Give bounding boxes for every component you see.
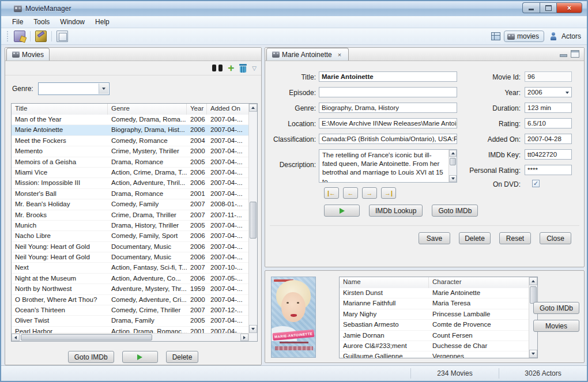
column-header[interactable]: Year [187,104,207,115]
menu-window[interactable]: Window [55,17,90,27]
search-icon[interactable] [212,65,223,71]
goto-imdb-button[interactable]: Goto IMDb [533,302,579,314]
close-editor-button[interactable]: Close [540,232,571,244]
table-row[interactable]: North by NorthwestAdventure, Mystery, Th… [12,284,248,294]
table-row[interactable]: Marie AntoinetteBiography, Drama, Hist..… [12,125,248,135]
table-row[interactable]: Guillaume GallienneVergennes [340,351,529,358]
added-on-field[interactable]: 2007-04-28 [525,134,572,144]
menu-tools[interactable]: Tools [28,17,55,27]
title-field[interactable]: Marie Antoinette [319,71,457,82]
menu-file[interactable]: File [7,17,28,27]
year-dropdown[interactable]: 2006 [525,87,572,97]
personal-rating-field[interactable]: **** [525,165,572,175]
table-row[interactable]: MunichDrama, History, Thriller20052007-0… [12,221,248,231]
previous-record-button[interactable]: ← [343,187,358,199]
table-row[interactable]: Mr. BrooksCrime, Drama, Thriller20072007… [12,210,248,221]
duration-field[interactable]: 123 min [525,103,572,113]
classification-field[interactable]: Canada:PG (British Columbia/Ontario), US… [319,134,457,144]
maximize-button[interactable] [540,2,556,13]
add-movie-icon[interactable]: + [228,64,234,72]
view-menu-icon[interactable]: ▽ [252,65,257,71]
table-row[interactable]: Mission: Impossible IIIAction, Adventure… [12,178,248,188]
minimize-button[interactable] [522,2,540,13]
manage-movies-icon[interactable] [14,31,25,42]
table-row[interactable]: Night at the MuseumAction, Adventure, Co… [12,274,248,284]
table-row[interactable]: MementoCrime, Mystery, Thriller20002007-… [12,146,248,157]
table-row[interactable]: Sebastian ArmestoComte de Provence [340,320,529,330]
play-movie-button[interactable] [324,205,360,217]
movies-button[interactable]: Movies [533,320,579,332]
table-row[interactable]: Pearl HarborAction, Drama, Romanc...2001… [12,327,248,333]
table-row[interactable]: Nacho LibreComedy, Family, Sport20062007… [12,231,248,241]
genre-filter-dropdown[interactable] [38,82,110,95]
tab-movies[interactable]: Movies [6,48,50,60]
description-scrollbar[interactable] [448,150,457,182]
scrollbar-thumb[interactable] [450,158,456,165]
genre-field[interactable]: Biography, Drama, History [319,103,457,113]
table-row[interactable]: NextAction, Fantasy, Sci-fi, T...2007200… [12,263,248,273]
table-row[interactable]: Mary NighyPrincesse Lamballe [340,309,529,320]
perspective-actors-button[interactable]: Actors [550,32,581,40]
scrollbar-thumb[interactable] [250,202,257,239]
next-record-button[interactable]: → [362,187,377,199]
tools-icon[interactable] [35,31,47,42]
table-row[interactable]: Monster's BallDrama, Romance20012007-04-… [12,189,248,199]
tab-close-icon[interactable]: × [336,51,343,59]
maximize-view-icon[interactable] [571,50,579,58]
perspective-grid-icon[interactable] [491,32,500,40]
table-row[interactable]: Mr. Bean's HolidayComedy, Family20072008… [12,199,248,210]
reset-button[interactable]: Reset [499,232,531,244]
column-header[interactable]: Genre [108,104,187,115]
imdb-key-field[interactable]: tt0422720 [525,149,572,160]
scroll-down-icon[interactable] [449,175,457,182]
table-row[interactable]: Oliver TwistDrama, Family20052007-04-... [12,316,248,326]
goto-imdb-button[interactable]: Goto IMDb [432,205,478,217]
scrollbar-thumb[interactable] [530,286,537,304]
description-field[interactable]: The retelling of France's iconic but ill… [319,149,457,183]
menu-help[interactable]: Help [90,17,115,27]
location-field[interactable]: E:\Movie Archive II\New Releases\Marie A… [319,118,457,128]
table-row[interactable]: Neil Young: Heart of GoldDocumentary, Mu… [12,242,248,252]
first-record-button[interactable]: |← [324,187,339,199]
column-header[interactable]: Title [12,104,108,115]
scroll-right-icon[interactable] [240,334,248,341]
table-row[interactable]: Aurore Cl&#233;mentDuchesse de Char [340,341,529,351]
tab-marie-antoinette[interactable]: Marie Antoinette × [266,48,349,60]
table-row[interactable]: Neil Young: Heart of GoldDocumentary, Mu… [12,252,248,263]
minimize-view-icon[interactable] [559,50,567,56]
scroll-left-icon[interactable] [12,334,20,341]
dropdown-arrow-icon[interactable] [566,92,569,94]
scroll-up-icon[interactable] [529,277,537,285]
table-row[interactable]: Miami ViceAction, Crime, Drama, T...2006… [12,168,248,178]
pages-icon[interactable] [56,31,68,42]
delete-button[interactable]: Delete [459,232,491,244]
scroll-up-icon[interactable] [249,104,257,112]
goto-imdb-button[interactable]: Goto IMDb [68,351,114,363]
table-row[interactable]: Man of the YearComedy, Drama, Roma...200… [12,115,248,125]
scrollbar-thumb[interactable] [21,334,152,341]
scroll-up-icon[interactable] [449,150,457,157]
delete-movie-icon[interactable] [239,64,247,73]
table-row[interactable]: Kirsten DunstMarie Antoinette [340,288,529,298]
episode-field[interactable] [319,87,457,97]
scroll-down-icon[interactable] [249,325,257,333]
movie-table-vscrollbar[interactable] [248,104,257,341]
table-row[interactable]: Jamie DornanCount Fersen [340,331,529,341]
on-dvd-checkbox[interactable]: ✓ [532,180,540,187]
dropdown-arrow-icon[interactable] [99,84,108,94]
last-record-button[interactable]: →| [381,187,396,199]
table-row[interactable]: Ocean's ThirteenComedy, Crime, Thriller2… [12,305,248,316]
perspective-movies-button[interactable]: movies [504,31,544,42]
movie-table-hscrollbar[interactable] [12,333,248,341]
table-row[interactable]: Meet the FockersComedy, Romance20042007-… [12,136,248,146]
close-button[interactable]: × [556,2,582,13]
table-row[interactable]: O Brother, Where Art Thou?Comedy, Advent… [12,295,248,305]
delete-movie-button[interactable]: Delete [166,351,199,363]
table-row[interactable]: Memoirs of a GeishaDrama, Romance2005200… [12,157,248,168]
table-row[interactable]: Marianne FaithfullMaria Teresa [340,298,529,309]
save-button[interactable]: Save [419,232,450,244]
column-header[interactable]: Name [340,277,429,288]
column-header[interactable]: Character [429,277,537,288]
rating-field[interactable]: 6.5/10 [525,118,572,128]
scroll-down-icon[interactable] [529,350,537,358]
